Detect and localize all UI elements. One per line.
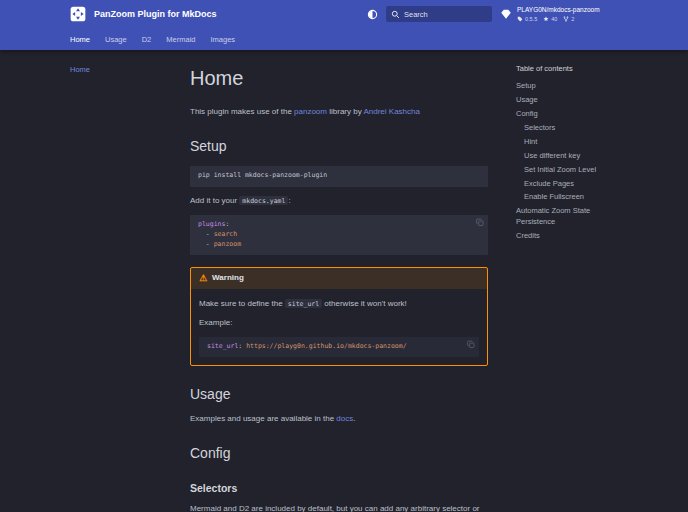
- toc-item[interactable]: Usage: [516, 94, 618, 108]
- repo-icon: [500, 8, 512, 20]
- selectors-paragraph: Mermaid and D2 are included by default, …: [190, 503, 488, 512]
- nav-tabs: HomeUsageD2MermaidImages: [0, 28, 688, 50]
- setup-heading: Setup: [190, 136, 488, 158]
- tab-mermaid[interactable]: Mermaid: [166, 35, 195, 44]
- repo-version: 0.5.5: [525, 16, 537, 22]
- copy-icon[interactable]: [467, 340, 475, 349]
- repo-name: PLAYG0N/mkdocs-panzoom: [517, 6, 600, 14]
- plugins-code-block: plugins: - search - panzoom: [190, 215, 488, 255]
- code-line: - panzoom: [198, 240, 480, 250]
- page-layout: Home Home This plugin makes use of the p…: [70, 50, 618, 512]
- toc-title: Table of contents: [516, 64, 618, 75]
- app-header: PanZoom Plugin for MkDocs PLAYG0N/mkdocs…: [0, 0, 688, 28]
- warning-text-2: otherwise it won't work!: [322, 299, 407, 308]
- tab-d2[interactable]: D2: [142, 35, 152, 44]
- warning-admonition-body: Make sure to define the site_url otherwi…: [191, 289, 487, 366]
- repo-meta: PLAYG0N/mkdocs-panzoom 0.5.5 40 2: [517, 6, 600, 21]
- sidebar-nav: Home: [70, 61, 182, 512]
- toc-item[interactable]: Config: [516, 108, 618, 122]
- usage-text-2: .: [353, 414, 355, 423]
- code-line: pip install mkdocs-panzoom-plugin: [198, 171, 480, 181]
- toc-item[interactable]: Automatic Zoom State Persistence: [516, 205, 618, 230]
- example-label: Example:: [199, 317, 479, 329]
- toc-item[interactable]: Use different key: [516, 149, 618, 163]
- tab-usage[interactable]: Usage: [105, 35, 127, 44]
- add-to-paragraph: Add it to your mkdocs.yaml:: [190, 195, 488, 207]
- toc-item[interactable]: Selectors: [516, 122, 618, 136]
- intro-paragraph: This plugin makes use of the panzoom lib…: [190, 106, 488, 118]
- add-to-text-1: Add it to your: [190, 196, 239, 205]
- toc-item[interactable]: Credits: [516, 230, 618, 244]
- docs-link[interactable]: docs: [336, 414, 353, 423]
- toc-item[interactable]: Enable Fullscreen: [516, 191, 618, 205]
- copy-icon[interactable]: [476, 218, 484, 227]
- pip-code-block: pip install mkdocs-panzoom-plugin: [190, 166, 488, 187]
- header-inner: PanZoom Plugin for MkDocs PLAYG0N/mkdocs…: [70, 0, 618, 28]
- warning-text-paragraph: Make sure to define the site_url otherwi…: [199, 298, 479, 310]
- page-title: Home: [190, 63, 488, 94]
- repo-forks-fact: 2: [563, 16, 574, 22]
- panzoom-link[interactable]: panzoom: [294, 107, 327, 116]
- usage-heading: Usage: [190, 384, 488, 406]
- toc-list: SetupUsageConfigSelectorsHintUse differe…: [516, 80, 618, 244]
- tab-images[interactable]: Images: [210, 35, 235, 44]
- search-bar[interactable]: [386, 6, 492, 22]
- toc: Table of contents SetupUsageConfigSelect…: [500, 61, 618, 512]
- warning-admonition: ⚠ Warning Make sure to define the site_u…: [190, 267, 488, 366]
- selectors-text-1: Mermaid and D2 are included by default, …: [190, 504, 480, 512]
- intro-text-1: This plugin makes use of the: [190, 107, 294, 116]
- usage-paragraph: Examples and usage are available in the …: [190, 413, 488, 425]
- warning-icon: ⚠: [199, 274, 207, 283]
- repo-forks: 2: [571, 16, 574, 22]
- search-icon: [391, 10, 400, 19]
- toc-item[interactable]: Set Initial Zoom Level: [516, 163, 618, 177]
- repo-facts: 0.5.5 40 2: [517, 16, 600, 22]
- config-heading: Config: [190, 443, 488, 465]
- toc-item[interactable]: Exclude Pages: [516, 177, 618, 191]
- site-title[interactable]: PanZoom Plugin for MkDocs: [94, 9, 217, 19]
- usage-text-1: Examples and usage are available in the: [190, 414, 336, 423]
- site-logo-icon[interactable]: [70, 6, 86, 22]
- theme-toggle-icon[interactable]: [367, 9, 378, 20]
- tab-home[interactable]: Home: [70, 35, 90, 44]
- code-line: - search: [198, 230, 480, 240]
- intro-text-2: library by: [327, 107, 363, 116]
- author-link[interactable]: Andrei Kashcha: [363, 107, 419, 116]
- site-url-code-block: site_url: https://playg0n.github.io/mkdo…: [199, 337, 479, 358]
- repo-stars-fact: 40: [543, 16, 557, 22]
- mkdocs-yaml-inline-code: mkdocs.yaml: [239, 196, 288, 205]
- selectors-heading: Selectors: [190, 480, 488, 496]
- repo-stars: 40: [551, 16, 557, 22]
- code-line: plugins:: [198, 220, 480, 230]
- warning-text-1: Make sure to define the: [199, 299, 285, 308]
- toc-item[interactable]: Hint: [516, 135, 618, 149]
- code-line: site_url: https://playg0n.github.io/mkdo…: [207, 342, 471, 352]
- main-content: Home This plugin makes use of the panzoo…: [182, 61, 500, 512]
- warning-admonition-title: ⚠ Warning: [191, 268, 487, 288]
- add-to-text-2: :: [288, 196, 290, 205]
- repo-version-fact: 0.5.5: [517, 16, 537, 22]
- warning-title-text: Warning: [212, 272, 244, 284]
- search-input[interactable]: [404, 10, 487, 19]
- fork-icon: [563, 16, 569, 22]
- tag-icon: [517, 16, 523, 22]
- star-icon: [543, 16, 549, 22]
- site-url-inline-code: site_url: [285, 299, 322, 308]
- sidebar-item-home[interactable]: Home: [70, 64, 182, 75]
- toc-item[interactable]: Setup: [516, 80, 618, 94]
- repo-link[interactable]: PLAYG0N/mkdocs-panzoom 0.5.5 40 2: [500, 6, 618, 21]
- tabs-list: HomeUsageD2MermaidImages: [70, 28, 618, 50]
